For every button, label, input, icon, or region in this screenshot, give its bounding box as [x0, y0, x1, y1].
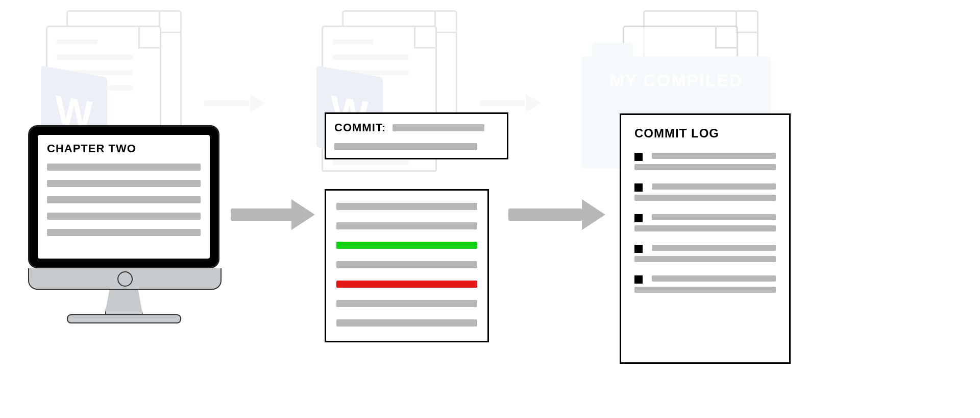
log-line-placeholder [634, 164, 776, 170]
bullet-icon [634, 153, 643, 161]
commit-msg-placeholder [334, 143, 477, 150]
commit-log-item [634, 214, 776, 231]
folder-label: MY COMPILED [609, 71, 743, 90]
bullet-icon [634, 183, 643, 192]
bullet-icon [634, 214, 643, 222]
monitor-chin [28, 268, 222, 290]
diff-box [325, 189, 489, 342]
commit-log-item [634, 245, 776, 262]
commit-log-item [634, 153, 776, 170]
commit-message-box: COMMIT: [325, 112, 508, 159]
diff-context-line [336, 300, 477, 307]
commit-msg-placeholder [393, 124, 484, 131]
commit-log-item [634, 275, 776, 293]
arrow-to-diff [231, 204, 315, 225]
log-line-placeholder [652, 153, 776, 159]
log-line-placeholder [652, 245, 776, 251]
commit-log-box: COMMIT LOG [620, 113, 791, 364]
diff-added-line [336, 242, 477, 249]
monitor-stand-foot [67, 314, 181, 323]
log-line-placeholder [634, 256, 776, 262]
monitor-stand-neck [105, 290, 143, 314]
text-placeholder-line [47, 196, 201, 203]
screen-title: CHAPTER TWO [47, 142, 201, 155]
arrow-to-log [508, 204, 605, 225]
commit-log-item [634, 183, 776, 201]
faded-arrow-1 [204, 97, 265, 109]
monitor-power-button [117, 271, 133, 287]
bullet-icon [634, 275, 643, 284]
text-placeholder-line [47, 229, 201, 236]
monitor: CHAPTER TWO [28, 125, 219, 323]
diff-context-line [336, 319, 477, 327]
commit-label: COMMIT: [334, 121, 386, 134]
diff-context-line [336, 203, 477, 210]
log-line-placeholder [634, 287, 776, 293]
log-line-placeholder [652, 183, 776, 190]
diagram-stage: W W MY COMPILED [0, 0, 980, 418]
text-placeholder-line [47, 213, 201, 220]
log-line-placeholder [634, 195, 776, 201]
commit-log-title: COMMIT LOG [634, 126, 776, 141]
monitor-screen: CHAPTER TWO [38, 135, 210, 259]
text-placeholder-line [47, 164, 201, 171]
diff-removed-line [336, 281, 477, 288]
diff-context-line [336, 222, 477, 229]
bullet-icon [634, 245, 643, 253]
log-line-placeholder [652, 275, 776, 282]
log-line-placeholder [634, 225, 776, 231]
diff-context-line [336, 261, 477, 268]
monitor-bezel: CHAPTER TWO [28, 125, 219, 268]
log-line-placeholder [652, 214, 776, 220]
faded-arrow-2 [480, 97, 541, 109]
text-placeholder-line [47, 180, 201, 187]
